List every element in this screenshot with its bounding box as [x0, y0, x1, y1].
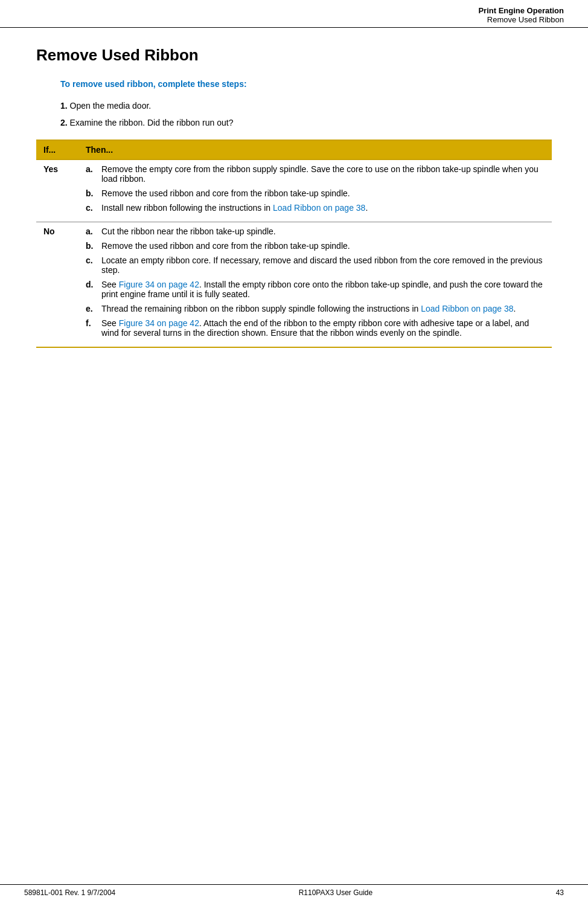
sub-text: Cut the ribbon near the ribbon take-up s… — [101, 226, 276, 236]
list-item: 1. Open the media door. — [60, 101, 552, 111]
step-text: Examine the ribbon. Did the ribbon run o… — [70, 118, 234, 127]
row-label-no: No — [36, 222, 78, 348]
list-item: f. See Figure 34 on page 42. Attach the … — [86, 318, 545, 338]
list-item: c. Install new ribbon following the inst… — [86, 203, 545, 213]
step-number: 2. — [60, 118, 68, 127]
table-col-if: If... — [36, 140, 78, 159]
sub-text: Remove the used ribbon and core from the… — [101, 188, 350, 198]
list-item: a. Remove the empty core from the ribbon… — [86, 164, 545, 184]
sub-text: Locate an empty ribbon core. If necessar… — [101, 255, 545, 275]
step-list: 1. Open the media door. 2. Examine the r… — [60, 101, 552, 127]
sub-label: c. — [86, 203, 98, 213]
row-content-no: a. Cut the ribbon near the ribbon take-u… — [78, 222, 552, 348]
sub-label: c. — [86, 255, 98, 265]
sub-text: Install new ribbon following the instruc… — [101, 203, 368, 213]
page-footer: 58981L-001 Rev. 1 9/7/2004 R110PAX3 User… — [0, 884, 588, 897]
list-item: d. See Figure 34 on page 42. Install the… — [86, 280, 545, 299]
step-number: 1. — [60, 101, 68, 111]
sub-list-yes: a. Remove the empty core from the ribbon… — [86, 164, 545, 213]
sub-text: See Figure 34 on page 42. Install the em… — [101, 280, 545, 299]
sub-list-no: a. Cut the ribbon near the ribbon take-u… — [86, 226, 545, 338]
footer-right: 43 — [556, 888, 564, 897]
sub-text: Thread the remaining ribbon on the ribbo… — [101, 304, 516, 313]
list-item: c. Locate an empty ribbon core. If neces… — [86, 255, 545, 275]
figure-34-link-f[interactable]: Figure 34 on page 42 — [119, 318, 199, 328]
page-content: Remove Used Ribbon To remove used ribbon… — [0, 46, 588, 396]
sub-label: a. — [86, 164, 98, 174]
table-row: No a. Cut the ribbon near the ribbon tak… — [36, 222, 552, 348]
list-item: e. Thread the remaining ribbon on the ri… — [86, 304, 545, 313]
header-title: Print Engine Operation — [0, 6, 564, 15]
sub-label: d. — [86, 280, 98, 289]
footer-left: 58981L-001 Rev. 1 9/7/2004 — [24, 888, 115, 897]
footer-center: R110PAX3 User Guide — [299, 888, 373, 897]
header-subtitle: Remove Used Ribbon — [0, 15, 564, 24]
sub-label: f. — [86, 318, 98, 328]
list-item: b. Remove the used ribbon and core from … — [86, 241, 545, 251]
sub-text: Remove the empty core from the ribbon su… — [101, 164, 545, 184]
page-header: Print Engine Operation Remove Used Ribbo… — [0, 0, 588, 28]
row-content-yes: a. Remove the empty core from the ribbon… — [78, 159, 552, 222]
section-intro: To remove used ribbon, complete these st… — [60, 79, 552, 89]
list-item: 2. Examine the ribbon. Did the ribbon ru… — [60, 118, 552, 127]
row-label-yes: Yes — [36, 159, 78, 222]
sub-label: a. — [86, 226, 98, 236]
sub-label: b. — [86, 188, 98, 198]
list-item: a. Cut the ribbon near the ribbon take-u… — [86, 226, 545, 236]
sub-label: e. — [86, 304, 98, 313]
table-col-then: Then... — [78, 140, 552, 159]
step-text: Open the media door. — [70, 101, 152, 111]
sub-text: See Figure 34 on page 42. Attach the end… — [101, 318, 545, 338]
page-container: Print Engine Operation Remove Used Ribbo… — [0, 0, 588, 909]
sub-label: b. — [86, 241, 98, 251]
load-ribbon-link-yes[interactable]: Load Ribbon on page 38 — [273, 203, 365, 213]
load-ribbon-link-no[interactable]: Load Ribbon on page 38 — [421, 304, 513, 313]
decision-table: If... Then... Yes a. Remove the empty co… — [36, 140, 552, 348]
list-item: b. Remove the used ribbon and core from … — [86, 188, 545, 198]
page-heading: Remove Used Ribbon — [36, 46, 552, 65]
sub-text: Remove the used ribbon and core from the… — [101, 241, 350, 251]
figure-34-link-d[interactable]: Figure 34 on page 42 — [119, 280, 199, 289]
table-row: Yes a. Remove the empty core from the ri… — [36, 159, 552, 222]
